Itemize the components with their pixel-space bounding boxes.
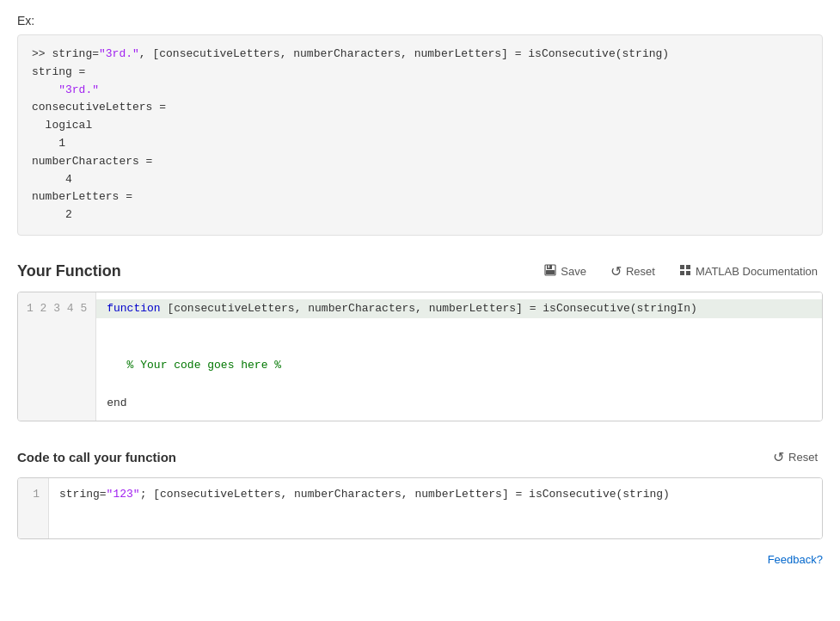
function-end: end [107, 397, 126, 409]
example-line7: numberCharacters = [32, 155, 152, 168]
reset-button[interactable]: ↺ Reset [605, 260, 660, 283]
example-line6: 1 [32, 137, 65, 150]
code-call-code-content[interactable]: string="123"; [consecutiveLetters, numbe… [49, 478, 822, 538]
example-string-val: "3rd." [99, 47, 139, 60]
your-function-header: Your Function Save ↺ Reset [17, 260, 823, 283]
svg-rect-3 [549, 265, 550, 267]
function-highlight-row: function [consecutiveLetters, numberChar… [96, 299, 822, 318]
example-line4: consecutiveLetters = [32, 101, 166, 114]
function-line2 [107, 340, 113, 353]
example-line10: 2 [32, 208, 72, 221]
example-string-var: string= [52, 47, 99, 60]
your-function-section: Your Function Save ↺ Reset [17, 260, 823, 421]
reset-label: Reset [626, 265, 655, 278]
feedback-link[interactable]: Feedback? [17, 553, 823, 566]
svg-rect-5 [686, 265, 690, 269]
code-call-section: Code to call your function ↺ Reset 1 str… [17, 446, 823, 539]
example-output-block: >> string="3rd.", [consecutiveLetters, n… [17, 34, 823, 236]
code-call-title: Code to call your function [17, 450, 176, 464]
example-line2: string = [32, 65, 85, 78]
call-string-var: string= [59, 488, 107, 501]
toolbar: Save ↺ Reset MATLAB Documentation [539, 260, 823, 283]
svg-rect-4 [680, 265, 684, 269]
function-comment: % Your code goes here % [107, 359, 281, 372]
code-call-reset-button[interactable]: ↺ Reset [768, 446, 823, 469]
code-call-line-numbers: 1 [18, 478, 49, 538]
reset-icon: ↺ [610, 263, 622, 280]
function-line4 [107, 378, 113, 390]
matlab-icon [679, 264, 691, 279]
function-code-content[interactable]: function [consecutiveLetters, numberChar… [96, 292, 822, 421]
code-call-editor[interactable]: 1 string="123"; [consecutiveLetters, num… [17, 477, 823, 539]
svg-rect-6 [680, 271, 684, 275]
save-icon [544, 264, 556, 279]
svg-rect-2 [546, 270, 555, 274]
function-line-numbers: 1 2 3 4 5 [18, 292, 96, 421]
ex-label: Ex: [17, 14, 823, 28]
save-label: Save [561, 265, 586, 278]
function-editor[interactable]: 1 2 3 4 5 function [consecutiveLetters, … [17, 292, 823, 421]
example-line5: logical [32, 119, 92, 132]
call-rest: ; [consecutiveLetters, numberCharacters,… [140, 488, 670, 501]
svg-rect-7 [686, 271, 690, 275]
call-string-val: "123" [107, 488, 140, 501]
example-line9: numberLetters = [32, 190, 132, 203]
code-call-reset-label: Reset [788, 451, 818, 464]
function-editor-inner: 1 2 3 4 5 function [consecutiveLetters, … [18, 292, 822, 421]
matlab-docs-label: MATLAB Documentation [696, 265, 818, 278]
example-line8: 4 [32, 173, 72, 186]
matlab-docs-button[interactable]: MATLAB Documentation [674, 261, 823, 282]
code-call-inner: 1 string="123"; [consecutiveLetters, num… [18, 478, 822, 538]
your-function-title: Your Function [17, 262, 121, 280]
function-keyword: function [107, 302, 160, 315]
example-line1-rest: , [consecutiveLetters, numberCharacters,… [139, 47, 669, 60]
code-call-header: Code to call your function ↺ Reset [17, 446, 823, 469]
code-call-reset-icon: ↺ [773, 449, 784, 465]
example-line3: "3rd." [32, 83, 99, 96]
save-button[interactable]: Save [539, 261, 592, 282]
function-signature: [consecutiveLetters, numberCharacters, n… [161, 302, 697, 315]
prompt: >> [32, 47, 52, 60]
